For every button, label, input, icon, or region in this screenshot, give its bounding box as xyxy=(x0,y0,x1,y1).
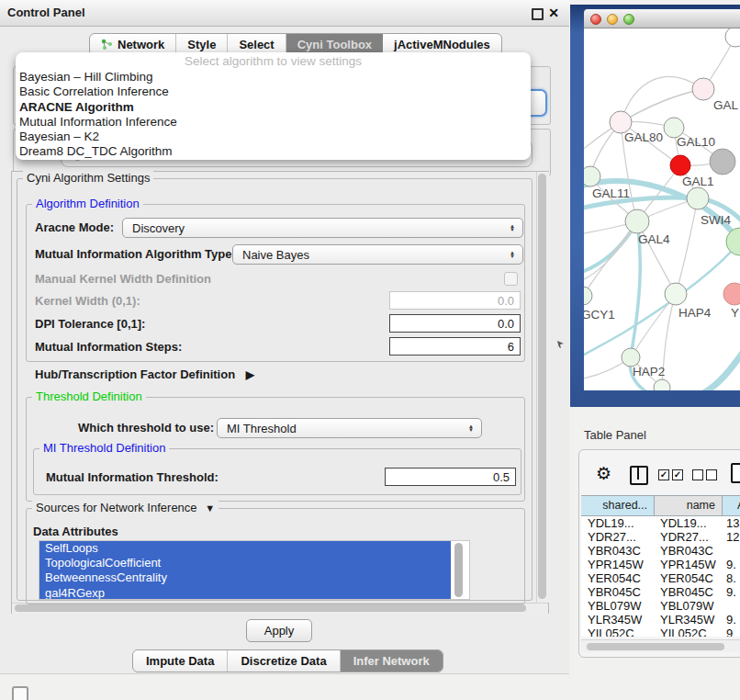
apply-button[interactable]: Apply xyxy=(246,619,312,642)
collapse-right-icon[interactable]: ▶ xyxy=(246,368,254,381)
table-cell: YDL19... xyxy=(655,516,723,530)
which-threshold-select[interactable]: MI Threshold ▲▼ xyxy=(217,418,482,438)
aracne-mode-select[interactable]: Discovery ▲▼ xyxy=(122,218,523,238)
algorithm-option[interactable]: Mutual Information Inference xyxy=(19,115,527,130)
table-row[interactable]: YBR045CYBR045C9. xyxy=(581,585,740,599)
network-window: GALGAL80GAL10GAL1GAL11SWI4GAL4GCY1HAP4YH… xyxy=(584,9,740,390)
checkbox-unchecked-icon[interactable] xyxy=(706,469,717,480)
control-panel-window: Control Panel ✕ Network Style Select Cyn… xyxy=(0,0,569,674)
list-scrollbar[interactable] xyxy=(454,542,465,598)
table-row[interactable]: YPR145WYPR145W9. xyxy=(581,558,740,571)
table-cell: YBL079W xyxy=(581,599,655,613)
close-icon[interactable]: ✕ xyxy=(546,5,561,21)
table-row[interactable]: YIL052CYIL052C9 xyxy=(581,627,740,637)
vertical-scrollbar-thumb[interactable] xyxy=(538,174,546,599)
combo-spinner-icon: ▲▼ xyxy=(463,424,481,433)
table-cell: 9. xyxy=(723,585,740,599)
table-cell: YDR27... xyxy=(655,530,723,544)
table-row[interactable]: YBL079WYBL079W xyxy=(581,599,740,613)
data-attribute-item[interactable]: SelfLoops xyxy=(39,541,451,556)
data-attribute-item[interactable]: BetweennessCentrality xyxy=(39,570,451,585)
table-row[interactable]: YDR27...YDR27...12 xyxy=(581,530,740,544)
network-node[interactable] xyxy=(710,149,735,175)
window-close-icon[interactable] xyxy=(590,14,601,25)
tab-discretize-data[interactable]: Discretize Data xyxy=(228,650,340,672)
which-threshold-label: Which threshold to use: xyxy=(78,421,214,435)
network-node[interactable] xyxy=(625,209,649,233)
data-attributes-list[interactable]: SelfLoopsTopologicalCoefficientBetweenne… xyxy=(39,540,470,600)
tab-infer-network[interactable]: Infer Network xyxy=(341,650,443,672)
data-attribute-item[interactable]: TopologicalCoefficient xyxy=(39,556,451,570)
table-row[interactable]: YLR345WYLR345W9. xyxy=(581,613,740,627)
algorithm-options: Bayesian – Hill ClimbingBasic Correlatio… xyxy=(19,70,527,160)
network-window-titlebar[interactable] xyxy=(584,9,740,28)
network-node[interactable] xyxy=(665,283,687,305)
aracne-mode-label: Aracne Mode: xyxy=(35,220,114,234)
horizontal-scrollbar-thumb[interactable] xyxy=(15,604,526,612)
window-minimize-icon[interactable] xyxy=(607,14,618,25)
docked-window-icon[interactable] xyxy=(12,686,28,700)
collapse-down-icon[interactable]: ▼ xyxy=(205,502,215,514)
list-scrollbar-thumb[interactable] xyxy=(454,543,463,597)
column-header-name[interactable]: name xyxy=(655,496,723,515)
checkbox-checked-icon[interactable]: ✓ xyxy=(672,469,683,480)
network-node[interactable] xyxy=(670,155,690,175)
table-row[interactable]: YER054CYER054C8. xyxy=(581,571,740,585)
mi-type-label: Mutual Information Algorithm Type: xyxy=(35,247,236,261)
mi-steps-field[interactable]: 6 xyxy=(389,337,521,356)
table-cell: YBR043C xyxy=(655,544,723,558)
table-row[interactable]: YDL19...YDL19...13 xyxy=(581,516,740,530)
kernel-width-field[interactable]: 0.0 xyxy=(389,291,521,310)
network-node[interactable] xyxy=(584,166,600,186)
table-cell: YDL19... xyxy=(581,516,655,530)
network-node[interactable] xyxy=(726,228,740,255)
mi-threshold-field[interactable]: 0.5 xyxy=(385,468,516,486)
network-node-label: GAL11 xyxy=(592,186,630,200)
table-cell xyxy=(723,599,740,613)
algorithm-option[interactable]: ARACNE Algorithm xyxy=(19,100,527,115)
table-cell: YPR145W xyxy=(655,558,723,571)
columns-icon[interactable] xyxy=(630,466,648,485)
checkbox-checked-icon[interactable]: ✓ xyxy=(658,469,669,480)
network-node[interactable] xyxy=(687,187,709,209)
algorithm-option[interactable]: Basic Correlation Inference xyxy=(19,85,527,99)
network-node[interactable] xyxy=(725,28,740,47)
network-node-label: GAL xyxy=(713,98,739,112)
data-attribute-item[interactable]: gal4RGexp xyxy=(39,586,451,600)
network-node-label: HAP4 xyxy=(678,306,712,320)
network-node-label: GAL1 xyxy=(682,175,714,188)
column-header-shared[interactable]: shared... xyxy=(581,496,655,515)
gear-icon[interactable]: ⚙ xyxy=(596,464,611,484)
page-icon[interactable] xyxy=(731,463,740,483)
network-icon xyxy=(101,39,113,51)
algorithm-option[interactable]: Bayesian – K2 xyxy=(19,130,527,144)
manual-kernel-checkbox[interactable] xyxy=(504,272,518,286)
checkbox-unchecked-icon[interactable] xyxy=(692,469,703,480)
algorithm-dropdown-list: Select algorithm to view settings Bayesi… xyxy=(16,52,531,160)
control-panel-titlebar: Control Panel ✕ xyxy=(0,0,569,27)
table-horizontal-scrollbar[interactable] xyxy=(581,639,740,652)
algorithm-option[interactable]: Dream8 DC_TDC Algorithm xyxy=(19,144,527,159)
network-canvas[interactable]: GALGAL80GAL10GAL1GAL11SWI4GAL4GCY1HAP4YH… xyxy=(584,28,740,390)
table-scrollbar-thumb[interactable] xyxy=(587,643,724,650)
window-zoom-icon[interactable] xyxy=(623,14,634,25)
float-window-icon[interactable] xyxy=(532,8,544,20)
sources-toggle[interactable]: Sources for Network Inference ▼ xyxy=(32,501,219,514)
table-header: shared... name A xyxy=(581,495,740,516)
combo-spinner-icon: ▲▼ xyxy=(504,251,522,259)
dpi-tolerance-field[interactable]: 0.0 xyxy=(389,314,521,333)
algorithm-option[interactable]: Bayesian – Hill Climbing xyxy=(19,70,527,85)
network-node[interactable] xyxy=(723,283,740,305)
mi-type-select[interactable]: Naive Bayes ▲▼ xyxy=(232,244,523,265)
network-node[interactable] xyxy=(654,379,670,390)
network-node[interactable] xyxy=(584,287,592,305)
table-row[interactable]: YBR043CYBR043C xyxy=(581,544,740,558)
tab-impute-data[interactable]: Impute Data xyxy=(133,650,228,672)
network-node[interactable] xyxy=(622,348,640,367)
network-node[interactable] xyxy=(692,78,714,100)
hub-section-toggle[interactable]: Hub/Transcription Factor Definition ▶ xyxy=(35,367,254,381)
table-cell: YLR345W xyxy=(581,613,655,627)
column-header-clipped[interactable]: A xyxy=(723,496,740,515)
table-cell: YER054C xyxy=(581,571,655,585)
manual-kernel-label: Manual Kernel Width Definition xyxy=(35,272,211,286)
